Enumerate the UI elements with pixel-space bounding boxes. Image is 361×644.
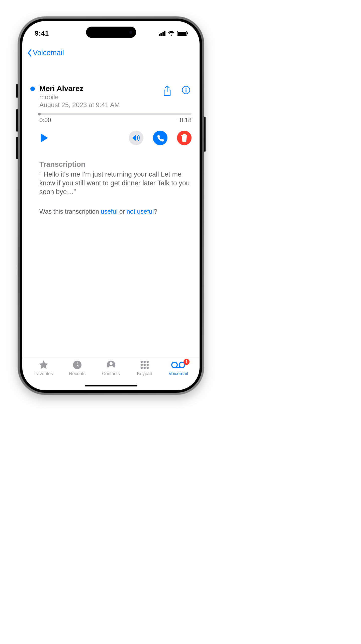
home-indicator[interactable] [85, 385, 137, 386]
info-icon [182, 86, 191, 95]
playback-scrubber[interactable] [39, 113, 192, 115]
speaker-icon [132, 134, 140, 142]
info-button[interactable] [182, 86, 191, 97]
scrubber-thumb[interactable] [38, 113, 41, 115]
tab-label: Favorites [34, 371, 53, 376]
cellular-signal-icon [159, 31, 166, 36]
play-icon [40, 133, 49, 143]
tab-voicemail[interactable]: Voicemail 1 [161, 360, 195, 390]
svg-point-7 [143, 361, 146, 363]
caller-name: Meri Alvarez [39, 84, 163, 93]
contact-icon [106, 360, 116, 370]
svg-point-6 [140, 361, 143, 363]
speaker-button[interactable] [129, 131, 143, 145]
share-icon [163, 86, 171, 96]
svg-point-8 [146, 361, 149, 363]
voicemail-badge: 1 [184, 359, 190, 365]
time-elapsed: 0:00 [39, 117, 51, 124]
hw-side-button [204, 117, 206, 152]
keypad-icon [140, 360, 149, 369]
unread-dot [30, 87, 35, 91]
svg-point-1 [186, 88, 187, 89]
call-back-button[interactable] [153, 131, 167, 145]
delete-button[interactable] [177, 131, 192, 145]
tab-label: Contacts [102, 371, 120, 376]
tab-favorites[interactable]: Favorites [27, 360, 60, 390]
voicemail-detail: Meri Alvarez mobile August 25, 2023 at 9… [22, 58, 200, 215]
transcription-heading: Transcription [39, 160, 192, 169]
svg-point-12 [140, 367, 143, 369]
caller-line: mobile [39, 93, 163, 101]
svg-point-14 [146, 367, 149, 369]
svg-point-10 [143, 364, 146, 366]
status-time: 9:41 [35, 30, 49, 37]
clock-icon [72, 360, 82, 370]
svg-point-15 [172, 362, 177, 368]
phone-icon [156, 134, 164, 142]
svg-point-11 [146, 364, 149, 366]
dynamic-island [86, 27, 136, 38]
play-button[interactable] [39, 132, 49, 143]
svg-point-5 [110, 362, 113, 365]
trash-icon [181, 134, 188, 142]
star-icon [39, 360, 49, 370]
voicemail-icon [171, 361, 185, 369]
tab-label: Keypad [137, 371, 152, 376]
transcription-feedback: Was this transcription useful or not use… [39, 208, 192, 215]
voicemail-datetime: August 25, 2023 at 9:41 AM [39, 101, 163, 109]
chevron-left-icon [27, 49, 32, 57]
device-frame: 9:41 Voicemail Meri Alv [18, 16, 204, 395]
hw-volume-up [16, 109, 18, 132]
hw-mute-switch [16, 84, 18, 98]
time-remaining: −0:18 [176, 117, 192, 124]
wifi-icon [168, 31, 174, 36]
hw-volume-down [16, 137, 18, 159]
back-button[interactable]: Voicemail [27, 49, 64, 57]
tab-label: Recents [69, 371, 85, 376]
svg-point-9 [140, 364, 143, 366]
back-label: Voicemail [33, 49, 64, 57]
svg-rect-2 [186, 89, 186, 93]
screen: 9:41 Voicemail Meri Alv [22, 21, 200, 390]
battery-icon [177, 31, 187, 36]
svg-point-13 [143, 367, 146, 369]
feedback-useful[interactable]: useful [101, 208, 118, 215]
tab-label: Voicemail [168, 371, 188, 376]
share-button[interactable] [163, 86, 171, 97]
feedback-not-useful[interactable]: not useful [127, 208, 154, 215]
transcription-text: “ Hello it's me I'm just returning your … [39, 170, 192, 196]
